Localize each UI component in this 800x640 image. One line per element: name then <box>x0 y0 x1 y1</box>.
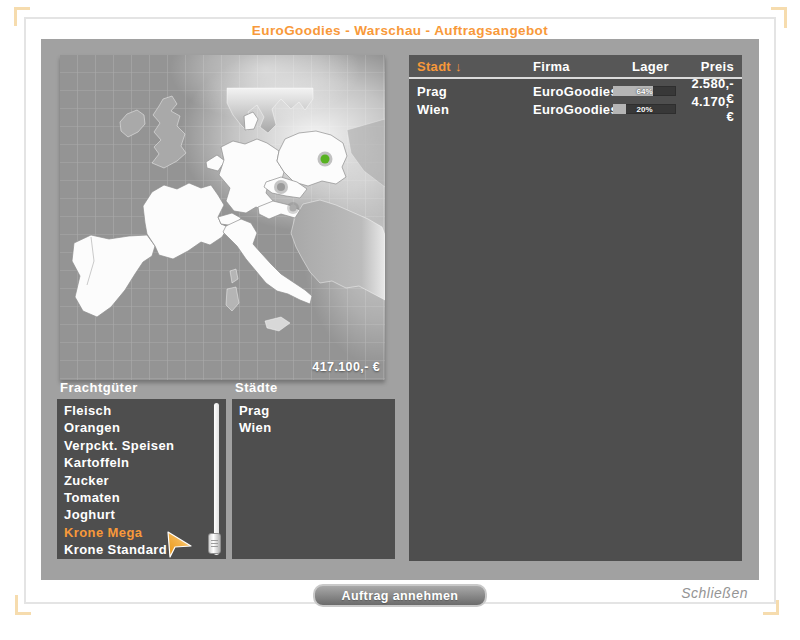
freight-scrollbar-thumb[interactable] <box>208 533 221 554</box>
column-header-firma[interactable]: Firma <box>533 59 613 74</box>
freight-list-label: Frachtgüter <box>60 380 138 395</box>
order-offer-window: EuroGoodies - Warschau - Auftragsangebot <box>24 17 776 604</box>
column-header-stadt[interactable]: Stadt ↓ <box>409 59 533 74</box>
city-item[interactable]: Wien <box>232 419 395 436</box>
scrollbar-grip-icon <box>211 538 218 549</box>
offer-city: Wien <box>409 102 533 117</box>
freight-item[interactable]: Joghurt <box>57 506 226 523</box>
warschau-marker-icon[interactable] <box>321 155 330 164</box>
offers-table: Stadt ↓ Firma Lager Preis Prag EuroGoodi… <box>409 55 742 561</box>
page-title: EuroGoodies - Warschau - Auftragsangebot <box>26 23 774 38</box>
offer-company: EuroGoodies <box>533 84 613 99</box>
offer-price: 4.170,- € <box>688 94 742 124</box>
prag-marker-icon[interactable] <box>277 183 285 191</box>
player-money: 417.100,- € <box>312 360 380 374</box>
accept-order-button[interactable]: Auftrag annehmen <box>313 584 487 607</box>
column-header-preis[interactable]: Preis <box>688 59 742 74</box>
stock-percent-label: 20% <box>613 104 676 114</box>
freight-item[interactable]: Kartoffeln <box>57 454 226 471</box>
cities-list-label: Städte <box>235 380 278 395</box>
main-panel: 417.100,- € Stadt ↓ Firma Lager Preis Pr… <box>41 39 759 580</box>
freight-item[interactable]: Krone Standard <box>57 541 226 558</box>
freight-item-selected[interactable]: Krone Mega <box>57 524 226 541</box>
close-button[interactable]: Schließen <box>681 585 748 601</box>
offer-city: Prag <box>409 84 533 99</box>
stock-percent-label: 64% <box>613 86 676 96</box>
wien-marker-icon[interactable] <box>290 205 297 212</box>
freight-item[interactable]: Tomaten <box>57 489 226 506</box>
stock-bar: 20% <box>613 104 676 114</box>
freight-item[interactable]: Zucker <box>57 472 226 489</box>
freight-listbox: Fleisch Orangen Verpckt. Speisen Kartoff… <box>57 399 226 559</box>
cities-listbox: Prag Wien <box>232 399 395 559</box>
stock-bar: 64% <box>613 86 676 96</box>
freight-item[interactable]: Verpckt. Speisen <box>57 437 226 454</box>
offer-company: EuroGoodies <box>533 102 613 117</box>
europe-map[interactable]: 417.100,- € <box>60 55 385 380</box>
city-item[interactable]: Prag <box>232 402 395 419</box>
column-header-lager[interactable]: Lager <box>613 59 688 74</box>
offer-row-wien[interactable]: Wien EuroGoodies 20% 4.170,- € <box>409 100 742 118</box>
freight-item[interactable]: Orangen <box>57 419 226 436</box>
freight-item[interactable]: Fleisch <box>57 402 226 419</box>
